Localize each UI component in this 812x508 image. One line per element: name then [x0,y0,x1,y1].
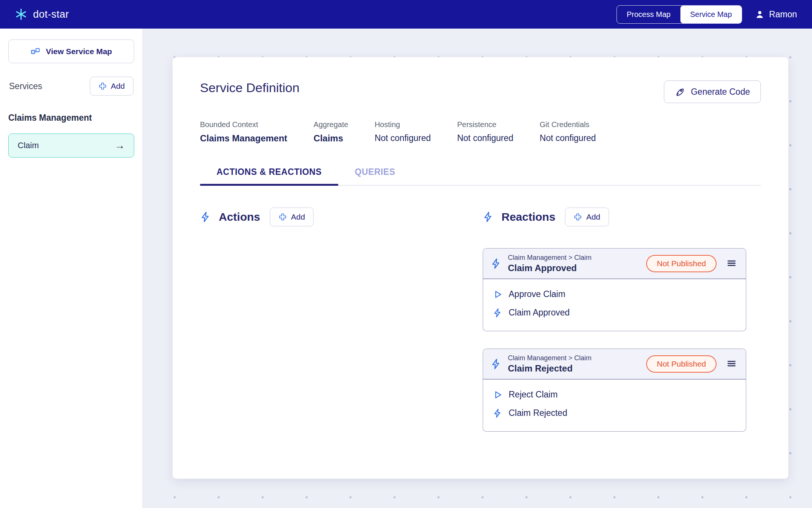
main-canvas: Service Definition Generate Code Bounded… [143,29,812,508]
meta-value: Not configured [457,133,514,143]
service-map-tab[interactable]: Service Map [680,6,742,23]
service-meta-row: Bounded Context Claims Management Aggreg… [200,120,761,144]
bolt-icon [493,408,503,418]
generate-code-button[interactable]: Generate Code [664,80,761,103]
add-reaction-label: Add [586,212,600,221]
navbar-right: Process Map Service Map Ramon [617,5,797,24]
hamburger-menu-icon[interactable] [725,357,738,372]
sidebar: View Service Map Services Add Claims Man… [0,29,143,508]
status-badge: Not Published [646,355,717,373]
play-icon [493,390,503,400]
reaction-card-body: Approve Claim Claim Approved [483,279,746,331]
plus-icon [98,82,107,90]
meta-label: Git Credentials [540,120,596,129]
asterisk-logo-icon [15,8,27,20]
row-label: Claim Rejected [509,408,567,418]
add-service-label: Add [111,82,125,91]
claim-item-label: Claim [18,141,39,150]
meta-aggregate: Aggregate Claims [314,120,348,144]
user-menu[interactable]: Ramon [755,9,797,20]
meta-value: Not configured [540,133,596,143]
reaction-card-claim-rejected: Claim Management > Claim Claim Rejected … [483,349,746,432]
meta-label: Aggregate [314,120,348,129]
add-action-button[interactable]: Add [270,208,314,226]
list-item: Reject Claim [493,385,736,404]
reaction-card-claim-approved: Claim Management > Claim Claim Approved … [483,248,746,331]
map-view-toggle: Process Map Service Map [617,5,742,24]
row-label: Claim Approved [509,308,570,318]
meta-value: Claims [314,133,348,144]
meta-hosting: Hosting Not configured [374,120,431,144]
meta-value: Not configured [374,133,431,143]
top-navbar: dot-star Process Map Service Map Ramon [0,0,812,29]
brand-name: dot-star [33,9,69,20]
add-action-label: Add [291,212,305,221]
actions-title: Actions [219,211,260,223]
sidebar-item-claim[interactable]: Claim → [8,133,134,158]
tab-queries[interactable]: QUERIES [338,167,412,185]
reactions-title: Reactions [501,211,555,223]
tab-actions-reactions[interactable]: ACTIONS & REACTIONS [200,167,338,185]
process-map-tab[interactable]: Process Map [617,6,680,23]
view-service-map-button[interactable]: View Service Map [8,39,134,63]
actions-column: Actions Add [200,208,483,432]
meta-persistence: Persistence Not configured [457,120,514,144]
bolt-icon [493,308,503,318]
row-label: Reject Claim [509,390,557,400]
meta-bounded-context: Bounded Context Claims Management [200,120,287,144]
list-item: Claim Approved [493,303,736,322]
meta-label: Persistence [457,120,514,129]
bolt-icon [491,358,502,370]
reaction-card-header: Claim Management > Claim Claim Approved … [483,249,746,279]
services-row: Services Add [8,77,134,96]
plus-icon [279,213,287,221]
meta-label: Bounded Context [200,120,287,129]
detail-tabs: ACTIONS & REACTIONS QUERIES [200,167,761,186]
play-icon [493,290,503,299]
meta-value: Claims Management [200,133,287,144]
rocket-icon [675,86,685,97]
service-map-icon [30,47,40,56]
list-item: Claim Rejected [493,404,736,422]
service-definition-card: Service Definition Generate Code Bounded… [173,57,788,479]
reaction-title: Claim Approved [508,263,646,273]
reaction-title: Claim Rejected [508,363,646,374]
view-service-map-label: View Service Map [46,47,112,56]
bolt-icon [491,258,502,269]
add-reaction-button[interactable]: Add [565,208,609,226]
arrow-right-icon: → [115,140,125,152]
reaction-card-body: Reject Claim Claim Rejected [483,379,746,431]
bolt-icon [200,211,211,223]
services-label: Services [9,81,42,91]
user-name: Ramon [769,9,797,20]
bolt-icon [483,211,494,223]
brand: dot-star [15,8,69,20]
list-item: Approve Claim [493,285,736,303]
page-title: Service Definition [200,80,300,95]
row-label: Approve Claim [509,289,565,299]
meta-git-credentials: Git Credentials Not configured [540,120,596,144]
breadcrumb: Claim Management > Claim [508,354,646,362]
add-service-button[interactable]: Add [90,77,133,96]
reactions-column: Reactions Add [483,208,761,432]
generate-code-label: Generate Code [691,87,750,97]
person-icon [755,9,765,19]
hamburger-menu-icon[interactable] [725,256,738,271]
reaction-card-header: Claim Management > Claim Claim Rejected … [483,349,746,379]
status-badge: Not Published [646,255,717,272]
breadcrumb: Claim Management > Claim [508,254,646,262]
plus-icon [574,213,582,221]
service-group-title: Claims Management [8,113,134,123]
meta-label: Hosting [374,120,431,129]
